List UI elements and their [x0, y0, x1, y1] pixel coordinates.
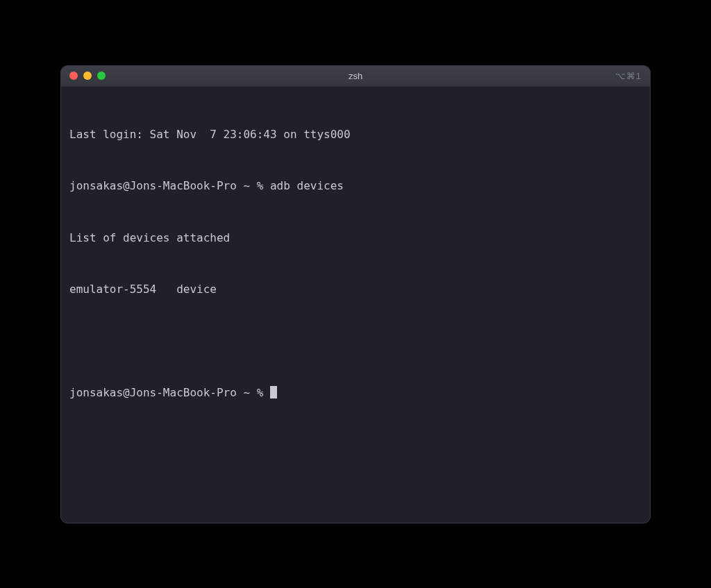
last-login-line: Last login: Sat Nov 7 23:06:43 on ttys00… — [69, 126, 642, 144]
blank-line — [69, 333, 642, 351]
output-header: List of devices attached — [69, 230, 642, 247]
terminal-body[interactable]: Last login: Sat Nov 7 23:06:43 on ttys00… — [61, 87, 650, 523]
minimize-button[interactable] — [83, 72, 92, 80]
typed-command: adb devices — [270, 179, 344, 192]
terminal-window: zsh ⌥⌘1 Last login: Sat Nov 7 23:06:43 o… — [60, 65, 651, 523]
titlebar[interactable]: zsh ⌥⌘1 — [61, 66, 650, 87]
cursor-icon — [270, 386, 277, 398]
maximize-button[interactable] — [97, 72, 106, 80]
tab-shortcut-indicator: ⌥⌘1 — [615, 71, 642, 81]
command-line-1: jonsakas@Jons-MacBook-Pro ~ % adb device… — [69, 178, 642, 195]
command-line-2: jonsakas@Jons-MacBook-Pro ~ % — [69, 385, 642, 402]
shell-prompt: jonsakas@Jons-MacBook-Pro ~ % — [69, 179, 270, 192]
traffic-lights — [69, 72, 106, 80]
shell-prompt: jonsakas@Jons-MacBook-Pro ~ % — [69, 386, 270, 399]
close-button[interactable] — [69, 72, 78, 80]
output-device-row: emulator-5554 device — [69, 281, 642, 299]
window-title: zsh — [349, 71, 362, 81]
